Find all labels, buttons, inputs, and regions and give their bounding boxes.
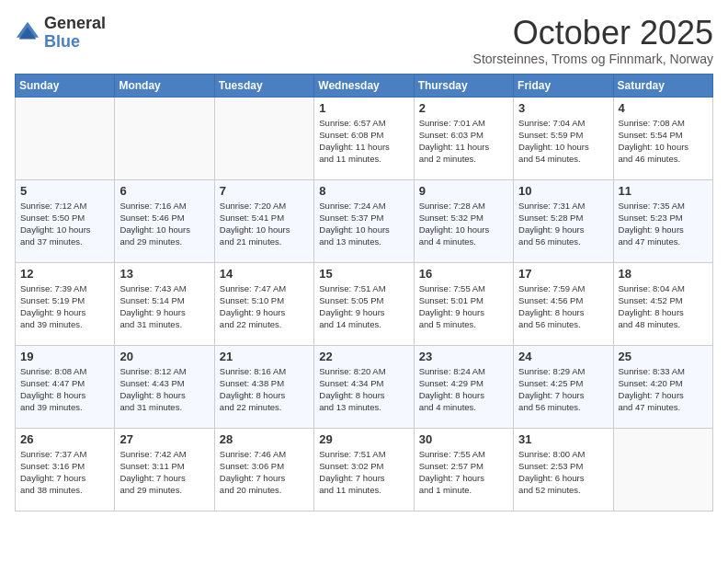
weekday-header-thursday: Thursday xyxy=(414,74,513,97)
day-number: 2 xyxy=(419,101,508,115)
day-info: Sunrise: 8:33 AMSunset: 4:20 PMDaylight:… xyxy=(619,365,708,414)
day-number: 15 xyxy=(319,267,408,281)
calendar-cell: 3Sunrise: 7:04 AMSunset: 5:59 PMDaylight… xyxy=(514,97,613,179)
day-info: Sunrise: 8:24 AMSunset: 4:29 PMDaylight:… xyxy=(419,365,508,414)
title-block: October 2025 Storsteinnes, Troms og Finn… xyxy=(473,15,713,66)
day-info: Sunrise: 7:28 AMSunset: 5:32 PMDaylight:… xyxy=(419,200,508,248)
calendar-cell: 7Sunrise: 7:20 AMSunset: 5:41 PMDaylight… xyxy=(214,179,313,262)
day-info: Sunrise: 7:35 AMSunset: 5:23 PMDaylight:… xyxy=(619,200,708,248)
day-info: Sunrise: 7:39 AMSunset: 5:19 PMDaylight:… xyxy=(20,282,109,331)
calendar-cell xyxy=(214,97,313,179)
calendar-cell: 25Sunrise: 8:33 AMSunset: 4:20 PMDayligh… xyxy=(613,345,712,428)
day-number: 26 xyxy=(20,432,109,446)
day-number: 8 xyxy=(319,184,408,198)
calendar-week-2: 5Sunrise: 7:12 AMSunset: 5:50 PMDaylight… xyxy=(16,179,713,262)
day-info: Sunrise: 7:01 AMSunset: 6:03 PMDaylight:… xyxy=(419,117,508,166)
calendar-cell: 15Sunrise: 7:51 AMSunset: 5:05 PMDayligh… xyxy=(314,262,414,345)
day-info: Sunrise: 7:42 AMSunset: 3:11 PMDaylight:… xyxy=(119,448,209,497)
calendar-cell: 22Sunrise: 8:20 AMSunset: 4:34 PMDayligh… xyxy=(314,345,414,428)
calendar-cell: 17Sunrise: 7:59 AMSunset: 4:56 PMDayligh… xyxy=(514,262,613,345)
calendar-cell: 6Sunrise: 7:16 AMSunset: 5:46 PMDaylight… xyxy=(115,179,214,262)
calendar-cell xyxy=(16,97,115,179)
day-info: Sunrise: 7:37 AMSunset: 3:16 PMDaylight:… xyxy=(20,448,109,497)
day-number: 14 xyxy=(220,267,309,281)
calendar-cell: 20Sunrise: 8:12 AMSunset: 4:43 PMDayligh… xyxy=(115,345,214,428)
logo-icon xyxy=(15,20,40,46)
day-info: Sunrise: 7:31 AMSunset: 5:28 PMDaylight:… xyxy=(518,200,608,248)
calendar-cell xyxy=(115,97,214,179)
weekday-header-friday: Friday xyxy=(514,74,613,97)
day-info: Sunrise: 8:29 AMSunset: 4:25 PMDaylight:… xyxy=(518,365,608,414)
calendar-cell xyxy=(613,428,712,511)
day-info: Sunrise: 7:04 AMSunset: 5:59 PMDaylight:… xyxy=(518,117,608,166)
day-number: 6 xyxy=(119,184,209,198)
day-number: 7 xyxy=(220,184,309,198)
month-title: October 2025 xyxy=(473,15,713,52)
day-info: Sunrise: 8:20 AMSunset: 4:34 PMDaylight:… xyxy=(319,365,408,414)
calendar-cell: 28Sunrise: 7:46 AMSunset: 3:06 PMDayligh… xyxy=(214,428,313,511)
day-info: Sunrise: 8:12 AMSunset: 4:43 PMDaylight:… xyxy=(119,365,209,414)
day-number: 25 xyxy=(619,350,708,363)
day-info: Sunrise: 7:20 AMSunset: 5:41 PMDaylight:… xyxy=(220,200,309,248)
day-info: Sunrise: 7:55 AMSunset: 5:01 PMDaylight:… xyxy=(419,282,508,331)
day-info: Sunrise: 7:08 AMSunset: 5:54 PMDaylight:… xyxy=(619,117,708,166)
day-number: 23 xyxy=(419,350,508,363)
day-number: 18 xyxy=(619,267,708,281)
weekday-header-wednesday: Wednesday xyxy=(314,74,414,97)
calendar-cell: 19Sunrise: 8:08 AMSunset: 4:47 PMDayligh… xyxy=(16,345,115,428)
logo-text: General Blue xyxy=(44,15,106,52)
calendar-week-4: 19Sunrise: 8:08 AMSunset: 4:47 PMDayligh… xyxy=(16,345,713,428)
weekday-header-saturday: Saturday xyxy=(613,74,712,97)
day-number: 24 xyxy=(518,350,608,363)
day-number: 28 xyxy=(220,432,309,446)
day-number: 12 xyxy=(20,267,109,281)
calendar-cell: 9Sunrise: 7:28 AMSunset: 5:32 PMDaylight… xyxy=(414,179,513,262)
weekday-header-monday: Monday xyxy=(115,74,214,97)
day-info: Sunrise: 6:57 AMSunset: 6:08 PMDaylight:… xyxy=(319,117,408,166)
page-header: General Blue October 2025 Storsteinnes, … xyxy=(15,15,713,66)
calendar-cell: 30Sunrise: 7:55 AMSunset: 2:57 PMDayligh… xyxy=(414,428,513,511)
day-number: 10 xyxy=(518,184,608,198)
day-info: Sunrise: 7:12 AMSunset: 5:50 PMDaylight:… xyxy=(20,200,109,248)
day-number: 20 xyxy=(119,350,209,363)
day-number: 5 xyxy=(20,184,109,198)
day-info: Sunrise: 7:51 AMSunset: 5:05 PMDaylight:… xyxy=(319,282,408,331)
day-number: 4 xyxy=(619,101,708,115)
day-info: Sunrise: 8:00 AMSunset: 2:53 PMDaylight:… xyxy=(518,448,608,497)
day-info: Sunrise: 7:55 AMSunset: 2:57 PMDaylight:… xyxy=(419,448,508,497)
weekday-header-tuesday: Tuesday xyxy=(214,74,313,97)
day-info: Sunrise: 7:24 AMSunset: 5:37 PMDaylight:… xyxy=(319,200,408,248)
day-number: 13 xyxy=(119,267,209,281)
calendar-week-1: 1Sunrise: 6:57 AMSunset: 6:08 PMDaylight… xyxy=(16,97,713,179)
day-number: 17 xyxy=(518,267,608,281)
weekday-header-row: SundayMondayTuesdayWednesdayThursdayFrid… xyxy=(16,74,713,97)
weekday-header-sunday: Sunday xyxy=(16,74,115,97)
day-number: 27 xyxy=(119,432,209,446)
calendar-cell: 5Sunrise: 7:12 AMSunset: 5:50 PMDaylight… xyxy=(16,179,115,262)
logo-general: General xyxy=(44,15,106,33)
calendar-cell: 11Sunrise: 7:35 AMSunset: 5:23 PMDayligh… xyxy=(613,179,712,262)
calendar-cell: 2Sunrise: 7:01 AMSunset: 6:03 PMDaylight… xyxy=(414,97,513,179)
day-number: 3 xyxy=(518,101,608,115)
calendar-cell: 16Sunrise: 7:55 AMSunset: 5:01 PMDayligh… xyxy=(414,262,513,345)
day-number: 19 xyxy=(20,350,109,363)
calendar-week-5: 26Sunrise: 7:37 AMSunset: 3:16 PMDayligh… xyxy=(16,428,713,511)
calendar-cell: 12Sunrise: 7:39 AMSunset: 5:19 PMDayligh… xyxy=(16,262,115,345)
calendar-cell: 18Sunrise: 8:04 AMSunset: 4:52 PMDayligh… xyxy=(613,262,712,345)
day-number: 16 xyxy=(419,267,508,281)
day-info: Sunrise: 7:59 AMSunset: 4:56 PMDaylight:… xyxy=(518,282,608,331)
day-info: Sunrise: 7:46 AMSunset: 3:06 PMDaylight:… xyxy=(220,448,309,497)
day-number: 22 xyxy=(319,350,408,363)
calendar-cell: 8Sunrise: 7:24 AMSunset: 5:37 PMDaylight… xyxy=(314,179,414,262)
day-number: 29 xyxy=(319,432,408,446)
calendar-cell: 31Sunrise: 8:00 AMSunset: 2:53 PMDayligh… xyxy=(514,428,613,511)
calendar-cell: 21Sunrise: 8:16 AMSunset: 4:38 PMDayligh… xyxy=(214,345,313,428)
day-number: 31 xyxy=(518,432,608,446)
day-number: 11 xyxy=(619,184,708,198)
day-info: Sunrise: 8:08 AMSunset: 4:47 PMDaylight:… xyxy=(20,365,109,414)
calendar-cell: 13Sunrise: 7:43 AMSunset: 5:14 PMDayligh… xyxy=(115,262,214,345)
calendar-cell: 23Sunrise: 8:24 AMSunset: 4:29 PMDayligh… xyxy=(414,345,513,428)
calendar-cell: 27Sunrise: 7:42 AMSunset: 3:11 PMDayligh… xyxy=(115,428,214,511)
day-number: 9 xyxy=(419,184,508,198)
day-info: Sunrise: 8:04 AMSunset: 4:52 PMDaylight:… xyxy=(619,282,708,331)
